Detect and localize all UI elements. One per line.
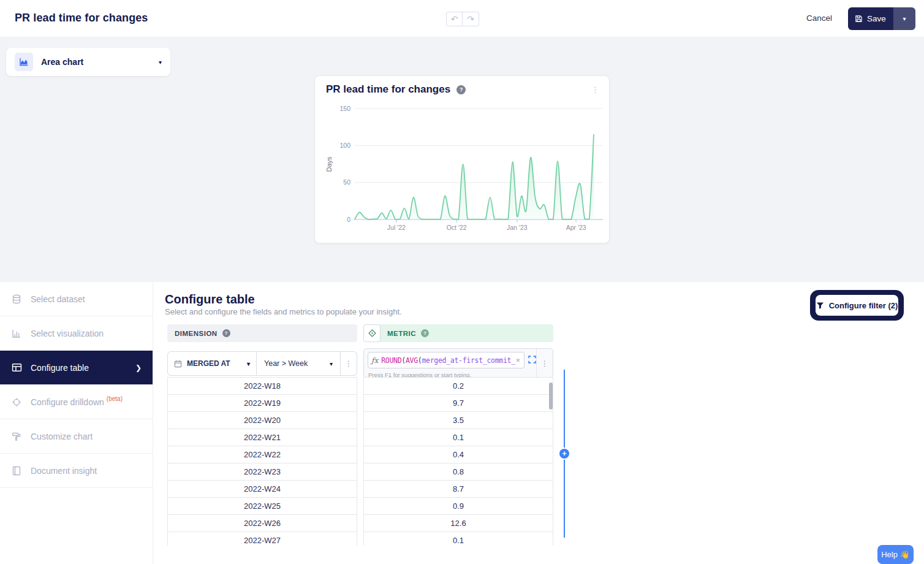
configure-panel: Select dataset Select visualization Conf… [0, 282, 924, 564]
sidebar-item-label: Select dataset [31, 294, 85, 304]
configure-filter-label: Configure filter (2) [829, 301, 898, 310]
metric-header-label: METRIC [387, 330, 416, 337]
table-icon [11, 362, 22, 373]
save-button[interactable]: Save [848, 7, 893, 30]
cancel-button[interactable]: Cancel [806, 13, 832, 23]
sidebar-item-configure-drilldown[interactable]: Configure drilldown (beta) [0, 385, 153, 419]
save-dropdown-button[interactable]: ▾ [893, 7, 915, 30]
save-button-label: Save [867, 14, 886, 23]
metric-column-scrollbar[interactable] [549, 383, 553, 410]
dimension-cell: 2022-W26 [168, 515, 357, 532]
sidebar-item-customize-chart[interactable]: Customize chart [0, 419, 153, 454]
svg-text:0: 0 [347, 216, 350, 223]
metric-formula-input[interactable]: ƒx ROUND(AVG(merged_at-first_commit_ ✕ [368, 352, 524, 368]
metric-diamond-icon [363, 324, 381, 342]
config-subtitle: Select and configure the fields and metr… [165, 307, 402, 316]
svg-text:50: 50 [343, 178, 350, 186]
sidebar-item-label: Configure table [31, 363, 89, 373]
database-icon [11, 294, 22, 305]
calendar-icon [174, 360, 182, 368]
fx-icon: ƒx [371, 356, 378, 365]
redo-button[interactable]: ↷ [463, 12, 479, 26]
save-button-group: Save ▾ [848, 7, 915, 30]
chart-help-icon[interactable]: ? [456, 85, 466, 94]
svg-text:Oct '22: Oct '22 [447, 224, 467, 231]
redo-icon: ↷ [467, 14, 474, 24]
chart-kebab-menu-button[interactable]: ⋮ [588, 85, 603, 94]
metric-header-bar: METRIC ? [363, 324, 553, 342]
sidebar-item-label: Select visualization [31, 329, 104, 338]
add-metric-button[interactable]: + [559, 449, 569, 459]
dimension-cell: 2022-W20 [168, 412, 357, 429]
help-button[interactable]: Help 👋 [877, 545, 914, 564]
beta-badge: (beta) [107, 395, 123, 402]
metric-cell: 0.4 [364, 446, 553, 463]
chart-card: PR lead time for changes ? ⋮ 050100150Da… [314, 75, 610, 243]
configure-filter-inner: Configure filter (2) [816, 295, 898, 316]
sidebar: Select dataset Select visualization Conf… [0, 282, 153, 564]
dimension-cell: 2022-W27 [168, 532, 357, 546]
caret-down-icon: ▾ [159, 59, 162, 66]
dimension-granularity-value: Year > Week [264, 359, 330, 368]
dimension-cell: 2022-W23 [168, 463, 357, 481]
svg-text:Apr '23: Apr '23 [566, 224, 586, 231]
dimension-granularity-select[interactable]: Year > Week ▾ [257, 351, 341, 376]
configure-filter-button[interactable]: Configure filter (2) [810, 290, 904, 321]
chart-type-selector[interactable]: Area chart ▾ [6, 48, 170, 76]
caret-down-icon: ▾ [247, 360, 250, 367]
caret-down-icon: ▾ [903, 15, 906, 22]
preview-table: 2022-W182022-W192022-W202022-W212022-W22… [167, 377, 559, 546]
svg-text:Days: Days [325, 156, 333, 172]
sidebar-item-select-dataset[interactable]: Select dataset [0, 282, 153, 316]
topbar: PR lead time for changes ↶ ↷ Cancel Save… [0, 0, 924, 37]
crosshair-icon [11, 397, 22, 408]
sidebar-item-document-insight[interactable]: Document insight [0, 454, 153, 488]
dimension-cell: 2022-W24 [168, 481, 357, 498]
svg-text:Jan '23: Jan '23 [507, 224, 528, 231]
save-icon [855, 15, 863, 23]
metric-formula-text: ROUND(AVG(merged_at-first_commit_ [381, 356, 515, 365]
expand-formula-icon[interactable] [528, 356, 536, 364]
metric-cell: 8.7 [364, 481, 553, 498]
metric-cell: 12.6 [364, 515, 553, 532]
config-heading: Configure table [165, 292, 255, 307]
dimension-cell: 2022-W19 [168, 395, 357, 412]
metric-cell: 0.1 [364, 532, 553, 546]
dimension-controls: MERGED AT ▾ Year > Week ▾ ⋮ [167, 351, 357, 376]
sidebar-item-label: Configure drilldown [31, 397, 104, 407]
sidebar-item-configure-table[interactable]: Configure table ❯ [0, 351, 153, 385]
page-title: PR lead time for changes [15, 12, 148, 25]
svg-text:100: 100 [339, 142, 350, 149]
dimension-header-bar: DIMENSION ? [167, 324, 357, 342]
metric-cell: 0.2 [364, 378, 553, 395]
workspace: Area chart ▾ PR lead time for changes ? … [0, 37, 924, 282]
caret-down-icon: ▾ [330, 360, 333, 367]
app-root: PR lead time for changes ↶ ↷ Cancel Save… [0, 0, 924, 564]
undo-icon: ↶ [451, 14, 458, 24]
svg-text:150: 150 [339, 105, 350, 112]
metric-cell: 0.8 [364, 463, 553, 481]
chart-type-label: Area chart [41, 57, 159, 67]
metric-kebab-menu-button[interactable]: ⋮ [536, 349, 553, 378]
metric-column: 0.29.73.50.10.40.88.70.912.60.1 [363, 377, 553, 546]
sidebar-item-label: Customize chart [31, 432, 93, 441]
undo-button[interactable]: ↶ [446, 12, 463, 26]
dimension-column: 2022-W182022-W192022-W202022-W212022-W22… [167, 377, 357, 546]
clear-formula-icon[interactable]: ✕ [516, 357, 521, 364]
dimension-cell: 2022-W21 [168, 429, 357, 446]
area-series [355, 135, 594, 219]
area-chart: 050100150DaysJul '22Oct '22Jan '23Apr '2… [315, 101, 610, 244]
x-axis: Jul '22Oct '22Jan '23Apr '23 [387, 219, 586, 231]
paint-roller-icon [11, 431, 22, 442]
chart-title: PR lead time for changes [326, 83, 450, 96]
dimension-help-icon[interactable]: ? [222, 329, 230, 337]
area-chart-icon [15, 53, 33, 71]
chevron-right-icon: ❯ [135, 364, 142, 372]
dimension-cell: 2022-W18 [168, 378, 357, 395]
dimension-kebab-menu-button[interactable]: ⋮ [341, 351, 357, 376]
metric-cell: 9.7 [364, 395, 553, 412]
dimension-field-select[interactable]: MERGED AT ▾ [167, 351, 257, 376]
metric-help-icon[interactable]: ? [421, 329, 429, 337]
sidebar-item-select-visualization[interactable]: Select visualization [0, 316, 153, 351]
metric-cell: 3.5 [364, 412, 553, 429]
